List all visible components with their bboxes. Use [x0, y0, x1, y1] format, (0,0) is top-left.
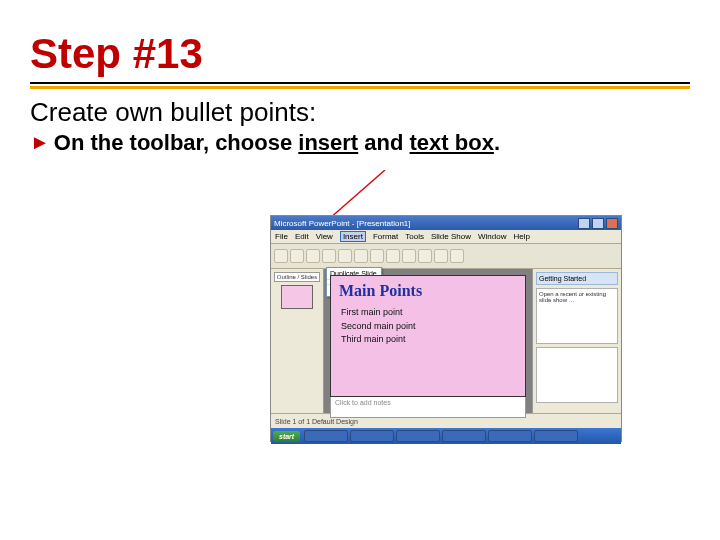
taskpane-header: Getting Started [536, 272, 618, 285]
powerpoint-screenshot: Microsoft PowerPoint - [Presentation1] F… [270, 215, 622, 442]
taskbar-item[interactable] [442, 430, 486, 442]
close-icon[interactable] [606, 218, 618, 229]
toolbar-button[interactable] [386, 249, 400, 263]
menu-insert[interactable]: Insert [340, 231, 366, 242]
instruction-line: ►On the toolbar, choose insert and text … [30, 130, 690, 156]
toolbar-button[interactable] [370, 249, 384, 263]
outline-tab[interactable]: Outline / Slides [274, 272, 320, 282]
maximize-icon[interactable] [592, 218, 604, 229]
menu-bar: File Edit View Insert Format Tools Slide… [271, 230, 621, 244]
task-pane: Getting Started Open a recent or existin… [532, 269, 621, 413]
menu-edit[interactable]: Edit [295, 232, 309, 241]
notes-pane[interactable]: Click to add notes [330, 397, 526, 418]
menu-file[interactable]: File [275, 232, 288, 241]
slide-point: First main point [341, 306, 515, 320]
toolbar-button[interactable] [338, 249, 352, 263]
slide-point: Third main point [341, 333, 515, 347]
toolbar-button[interactable] [290, 249, 304, 263]
menu-slideshow[interactable]: Slide Show [431, 232, 471, 241]
toolbar-button[interactable] [306, 249, 320, 263]
taskbar-item[interactable] [534, 430, 578, 442]
slide-area: Duplicate Slide Text Box Main Points Fir… [324, 269, 532, 413]
toolbar-button[interactable] [418, 249, 432, 263]
windows-taskbar: start [271, 428, 621, 444]
slide-body: First main point Second main point Third… [331, 302, 525, 351]
toolbar [271, 244, 621, 269]
menu-help[interactable]: Help [513, 232, 529, 241]
taskbar-item[interactable] [488, 430, 532, 442]
slide-canvas[interactable]: Main Points First main point Second main… [330, 275, 526, 397]
menu-view[interactable]: View [316, 232, 333, 241]
outline-pane: Outline / Slides [271, 269, 324, 413]
toolbar-button[interactable] [354, 249, 368, 263]
menu-tools[interactable]: Tools [405, 232, 424, 241]
taskbar-item[interactable] [396, 430, 440, 442]
window-titlebar: Microsoft PowerPoint - [Presentation1] [271, 216, 621, 230]
toolbar-button[interactable] [450, 249, 464, 263]
toolbar-button[interactable] [402, 249, 416, 263]
slide-title-text: Main Points [331, 276, 525, 302]
step-title: Step #13 [30, 30, 690, 78]
instruction-prefix: On the toolbar, choose [54, 130, 298, 155]
title-rule [30, 82, 690, 89]
start-button[interactable]: start [273, 431, 300, 442]
taskpane-body: Open a recent or existing slide show … [536, 288, 618, 344]
menu-window[interactable]: Window [478, 232, 506, 241]
minimize-icon[interactable] [578, 218, 590, 229]
window-title-text: Microsoft PowerPoint - [Presentation1] [274, 219, 411, 228]
instruction-mid: and [358, 130, 409, 155]
toolbar-button[interactable] [322, 249, 336, 263]
triangle-bullet-icon: ► [30, 131, 50, 154]
slide-thumbnail[interactable] [281, 285, 313, 309]
step-subtitle: Create own bullet points: [30, 97, 690, 128]
textbox-keyword: text box [410, 130, 494, 155]
slide-point: Second main point [341, 320, 515, 334]
taskbar-item[interactable] [350, 430, 394, 442]
toolbar-button[interactable] [434, 249, 448, 263]
taskbar-item[interactable] [304, 430, 348, 442]
status-text: Slide 1 of 1 Default Design [275, 418, 358, 425]
toolbar-button[interactable] [274, 249, 288, 263]
taskpane-box [536, 347, 618, 403]
workspace: Outline / Slides Duplicate Slide Text Bo… [271, 269, 621, 413]
insert-keyword: insert [298, 130, 358, 155]
menu-format[interactable]: Format [373, 232, 398, 241]
instruction-suffix: . [494, 130, 500, 155]
